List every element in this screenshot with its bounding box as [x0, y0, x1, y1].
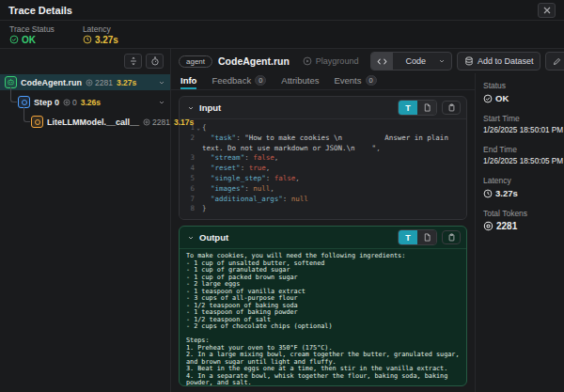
input-section: Input T: [179, 96, 467, 220]
token-coin-icon: [483, 221, 494, 231]
events-count-badge: 0: [366, 75, 377, 86]
output-section: Output T: [179, 226, 467, 386]
line-number: 8: [183, 204, 195, 214]
tab-attributes[interactable]: Attributes: [281, 73, 319, 89]
tree-row-codeagent[interactable]: CodeAgent.run 2281 3.27s: [0, 74, 170, 90]
input-code: 1⌄{2 "task": "How to make cookies \n Ans…: [180, 118, 466, 219]
pen-icon: [553, 57, 561, 66]
span-duration: 3.27s: [117, 78, 136, 87]
gutter-spacer: [195, 174, 202, 184]
line-number: 6: [183, 184, 195, 195]
start-time-value: 1/26/2025 18:50:01 PM: [483, 126, 556, 134]
annotate-button[interactable]: Annotate: [545, 52, 564, 71]
latency-value: 3.27s: [495, 188, 518, 198]
line-number: 3: [183, 153, 195, 164]
document-icon: [423, 233, 431, 242]
text-view-toggle[interactable]: T: [399, 101, 417, 115]
chevron-down-icon: [438, 57, 451, 65]
tab-events[interactable]: Events 0: [334, 73, 376, 89]
chevron-down-icon[interactable]: [158, 79, 165, 86]
code-line: 5 "single_step": false,: [183, 174, 461, 184]
output-line: 4. In a separate bowl, whisk together th…: [186, 373, 460, 385]
output-text: To make cookies, you will need the follo…: [180, 249, 466, 385]
playground-button[interactable]: Playground: [295, 52, 367, 71]
tree-row-litellm[interactable]: LiteLLMModel.__call__ 2281 3.17s: [0, 114, 170, 130]
span-name: Step 0: [34, 98, 59, 107]
span-tree-panel: CodeAgent.run 2281 3.27s Step 0: [0, 49, 171, 392]
span-token-count: 2281: [95, 78, 113, 87]
database-icon: [464, 56, 474, 66]
span-detail-header: agent CodeAgent.run Playground Code: [171, 49, 564, 73]
span-title: CodeAgent.run: [218, 55, 290, 67]
copy-output-button[interactable]: [442, 230, 461, 244]
line-number: 7: [183, 195, 195, 205]
status-group: Status OK: [483, 81, 556, 103]
code-dropdown-button[interactable]: Code: [370, 52, 452, 71]
total-tokens-group: Total Tokens 2281: [483, 209, 556, 231]
input-section-title: Input: [199, 102, 221, 113]
gutter-spacer: [195, 133, 202, 154]
code-text: "images": null,: [202, 184, 274, 195]
check-circle-icon: [9, 35, 19, 44]
token-coin-icon: [86, 79, 93, 86]
code-text: }: [202, 204, 207, 214]
trace-details-titlebar: Trace Details: [0, 0, 564, 21]
span-name: CodeAgent.run: [21, 78, 82, 87]
close-button[interactable]: [538, 3, 556, 18]
text-view-toggle[interactable]: T: [399, 230, 417, 244]
gutter-spacer: [195, 195, 202, 205]
token-coin-icon: [63, 99, 70, 106]
clipboard-icon: [447, 103, 456, 112]
code-line: 6 "images": null,: [183, 184, 461, 195]
end-time-value: 1/26/2025 18:50:05 PM: [483, 157, 556, 165]
gutter-spacer: [195, 204, 202, 214]
code-line: 1⌄{: [183, 123, 461, 133]
total-tokens-value: 2281: [496, 221, 517, 231]
code-line: 7 "additional_args": null: [183, 195, 461, 205]
code-text: "stream": false,: [202, 153, 278, 164]
trace-summary: Trace Status OK Latency 3.27s: [0, 21, 564, 49]
pretty-view-toggle[interactable]: [417, 230, 436, 244]
tab-feedback[interactable]: Feedback 0: [212, 73, 266, 89]
trace-status-group: Trace Status OK: [9, 24, 55, 45]
collapse-caret-icon[interactable]: [187, 104, 195, 112]
pretty-view-toggle[interactable]: [417, 101, 436, 115]
chevron-down-icon[interactable]: [158, 99, 165, 106]
llm-span-icon: [31, 116, 43, 128]
gutter-spacer: [195, 184, 202, 195]
span-duration: 3.17s: [174, 118, 194, 127]
stopwatch-icon: [150, 56, 160, 66]
fold-caret-icon[interactable]: ⌄: [195, 123, 202, 133]
code-text: "reset": true,: [202, 164, 270, 174]
code-line: 2 "task": "How to make cookies \n Answer…: [183, 133, 461, 154]
add-to-dataset-button[interactable]: Add to Dataset: [457, 52, 541, 71]
line-number: 5: [183, 174, 195, 184]
latency-value: 3.27s: [95, 35, 118, 45]
span-metadata-sidebar: Status OK Start Time 1/26/2025 18:50:01 …: [475, 73, 564, 392]
tab-info[interactable]: Info: [180, 73, 196, 89]
code-text: {: [202, 123, 207, 133]
latency-label: Latency: [483, 176, 556, 185]
output-line: 2. In a large mixing bowl, cream togethe…: [186, 352, 460, 366]
code-line: 8}: [183, 204, 461, 214]
code-text: "task": "How to make cookies \n Answer i…: [202, 133, 461, 154]
trace-status-value: OK: [22, 35, 36, 45]
code-line: 4 "reset": true,: [183, 164, 461, 174]
status-value: OK: [495, 93, 509, 103]
code-text: "single_step": false,: [202, 174, 300, 184]
expand-all-button[interactable]: [124, 54, 142, 69]
close-icon: [543, 7, 551, 14]
copy-input-button[interactable]: [442, 101, 461, 115]
code-line: 3 "stream": false,: [183, 153, 461, 164]
collapse-caret-icon[interactable]: [187, 234, 195, 242]
span-tree: CodeAgent.run 2281 3.27s Step 0: [0, 74, 170, 130]
clock-icon: [83, 35, 92, 44]
total-tokens-label: Total Tokens: [483, 209, 556, 218]
feedback-count-badge: 0: [255, 75, 266, 86]
start-time-group: Start Time 1/26/2025 18:50:01 PM: [483, 114, 556, 134]
span-type-badge: agent: [179, 55, 212, 68]
check-circle-icon: [483, 94, 493, 103]
output-section-title: Output: [199, 232, 228, 243]
page-title: Trace Details: [8, 5, 72, 16]
timer-toggle-button[interactable]: [146, 54, 164, 69]
